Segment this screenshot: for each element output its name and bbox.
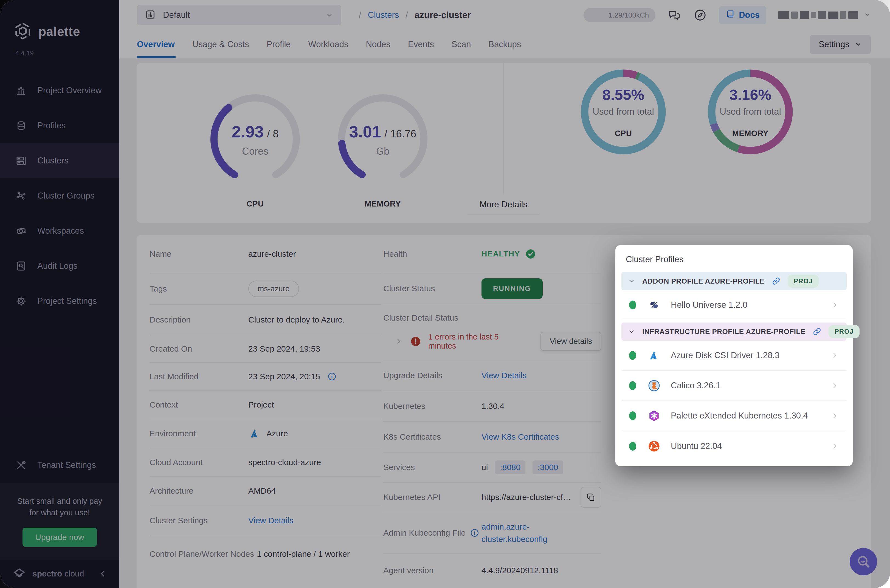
status-dot [629, 381, 636, 390]
profile-section-title: ADDON PROFILE AZURE-PROFILE [642, 277, 765, 285]
status-dot [629, 442, 636, 451]
profile-layer-hello-universe-1-2-0[interactable]: Hello Universe 1.2.0 [621, 290, 846, 320]
calico-logo-icon [648, 379, 660, 392]
app-window: palette 4.4.19 Project OverviewProfilesC… [0, 0, 890, 588]
hello-universe-logo-icon [648, 298, 660, 311]
ubuntu-logo-icon [648, 440, 660, 453]
profile-section-header-addon[interactable]: ADDON PROFILE AZURE-PROFILE PROJ [621, 272, 846, 290]
cluster-profiles-panel: Cluster Profiles ADDON PROFILE AZURE-PRO… [615, 245, 853, 466]
chevron-right-icon [831, 301, 839, 309]
profile-layer-calico-3-26-1[interactable]: Calico 3.26.1 [621, 371, 846, 401]
profile-layer-name: Calico 3.26.1 [671, 381, 720, 390]
chevron-right-icon [831, 412, 839, 420]
profile-layer-name: Hello Universe 1.2.0 [671, 300, 747, 310]
profile-layer-name: Palette eXtended Kubernetes 1.30.4 [671, 411, 808, 421]
status-dot [629, 351, 636, 360]
pxk-logo-icon [648, 410, 660, 422]
status-dot [629, 301, 636, 309]
profile-layer-ubuntu-22-04[interactable]: Ubuntu 22.04 [621, 431, 846, 461]
profile-layer-name: Ubuntu 22.04 [671, 441, 722, 451]
link-icon[interactable] [813, 327, 821, 336]
chevron-right-icon [831, 351, 839, 360]
panel-title: Cluster Profiles [626, 255, 846, 264]
azure-logo-icon [648, 349, 660, 362]
scope-badge: PROJ [788, 274, 819, 288]
chevron-right-icon [831, 442, 839, 450]
chevron-down-icon [628, 278, 635, 285]
chevron-right-icon [831, 381, 839, 390]
profile-layer-palette-extended-kubernetes-1-30-4[interactable]: Palette eXtended Kubernetes 1.30.4 [621, 401, 846, 431]
profile-section-infra: INFRASTRUCTURE PROFILE AZURE-PROFILE PRO… [621, 322, 846, 461]
chevron-down-icon [628, 328, 635, 335]
scope-badge: PROJ [828, 325, 860, 338]
profile-section-header-infra[interactable]: INFRASTRUCTURE PROFILE AZURE-PROFILE PRO… [621, 322, 846, 340]
profile-layer-azure-disk-csi-driver-1-28-3[interactable]: Azure Disk CSI Driver 1.28.3 [621, 340, 846, 371]
profile-layer-name: Azure Disk CSI Driver 1.28.3 [671, 351, 779, 360]
profile-section-addon: ADDON PROFILE AZURE-PROFILE PROJ Hello U… [621, 272, 846, 320]
status-dot [629, 411, 636, 420]
profile-section-title: INFRASTRUCTURE PROFILE AZURE-PROFILE [642, 327, 806, 336]
link-icon[interactable] [772, 277, 780, 285]
